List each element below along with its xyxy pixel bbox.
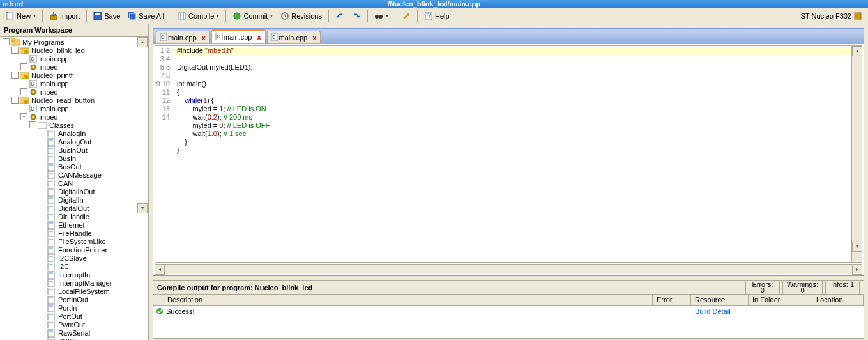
tree-item[interactable]: DigitalIn [0,196,148,204]
tree-toggle-icon[interactable]: - [11,47,19,54]
scroll-right-button[interactable]: ▸ [852,265,862,275]
tree-item[interactable]: InterruptIn [0,270,148,279]
tree-item[interactable]: InterruptManager [0,279,148,287]
svg-rect-77 [49,297,53,298]
close-tab-button[interactable]: x [201,34,207,42]
find-button[interactable]: ▾ [371,10,392,22]
tree-item[interactable]: BusIn [0,154,148,162]
tree-label: DigitalOut [57,205,90,212]
tree-item[interactable]: BusOut [0,162,148,171]
scroll-down-button[interactable]: ▾ [852,242,862,252]
code-content[interactable]: #include "mbed.h" DigitalOut myled(LED1)… [174,46,851,262]
svg-rect-59 [49,222,53,224]
class-icon [47,254,56,262]
class-icon [47,155,56,162]
svg-point-34 [33,116,34,118]
scroll-down-button[interactable]: ▾ [137,203,148,213]
svg-rect-79 [49,305,53,307]
platform-selector[interactable]: ST Nucleo F302 [798,10,865,22]
tree-item[interactable]: SPISlave [0,337,148,340]
tree-label: SPISlave [57,337,88,341]
tree-toggle-icon[interactable]: - [11,97,19,104]
tree-item[interactable]: -mbed [0,112,148,121]
tree-toggle-icon[interactable]: - [11,72,19,79]
revisions-button[interactable]: Revisions [277,10,325,22]
tree-item[interactable]: Ethernet [0,220,148,229]
tree-item[interactable]: I2CSlave [0,254,148,262]
tree-item[interactable]: cmain.cpp [0,79,148,88]
tree-toggle-icon[interactable]: - [3,38,10,45]
output-row[interactable]: Success! Build Detail [153,306,864,316]
tree-label: mbed [39,88,59,96]
tree-item[interactable]: -Nucleo_blink_led [0,46,148,54]
svg-text:c: c [31,80,34,87]
tree-item[interactable]: CAN [0,179,148,187]
scroll-up-button[interactable]: ▴ [852,46,862,56]
tree-item[interactable]: FileSystemLike [0,237,148,245]
tree-item[interactable]: CANMessage [0,171,148,179]
editor-tab[interactable]: cmain.cppx [211,29,266,43]
scroll-left-button[interactable]: ◂ [155,265,165,275]
tree-toggle-icon [38,213,45,220]
gear-icon [29,88,38,96]
svg-rect-57 [49,214,53,215]
editor-tab[interactable]: cmain.cppx [267,31,321,43]
tree-item[interactable]: FileHandle [0,229,148,237]
settings-button[interactable] [399,10,414,22]
tree-toggle-icon[interactable]: + [20,63,27,70]
tree-item[interactable]: PwmOut [0,320,148,328]
save-button[interactable]: Save [90,10,123,22]
help-button[interactable]: ? Help [421,10,453,22]
tree-item[interactable]: PortOut [0,312,148,320]
tree-item[interactable]: PortIn [0,304,148,312]
import-button[interactable]: Import [46,10,83,22]
vertical-scrollbar[interactable]: ▴ ▾ [851,46,862,262]
tree-toggle-icon[interactable]: + [20,88,27,95]
close-tab-button[interactable]: x [255,33,262,41]
tree-item[interactable]: DigitalOut [0,204,148,212]
tree-item[interactable]: -My Programs [0,38,148,46]
new-button[interactable]: New▾ [3,10,39,22]
tree-item[interactable]: FunctionPointer [0,245,148,254]
errors-count: Errors:0 [745,281,780,295]
redo-button[interactable] [349,10,364,22]
tree-item[interactable]: -Classes [0,121,148,129]
tree-item[interactable]: BusInOut [0,146,148,154]
tree-item[interactable]: +mbed [0,63,148,71]
undo-icon [335,12,344,20]
undo-button[interactable] [332,10,347,22]
tree-toggle-icon [38,279,45,286]
tree-item[interactable]: LocalFileSystem [0,287,148,295]
tree-item[interactable]: RawSerial [0,328,148,337]
tree-item[interactable]: +mbed [0,88,148,96]
close-tab-button[interactable]: x [311,34,317,42]
program-tree[interactable]: ▴ ▾ -My Programs-Nucleo_blink_ledcmain.c… [0,37,148,340]
tree-toggle-icon [38,130,45,137]
build-detail-link[interactable]: Build Detail [691,307,749,316]
tree-item[interactable]: I2C [0,262,148,270]
editor-tab[interactable]: cmain.cppx [156,31,210,43]
tree-item[interactable]: cmain.cpp [0,54,148,63]
horizontal-scrollbar[interactable]: ◂ ▸ [155,264,862,274]
code-editor[interactable]: 1 2 3 4 5 6 7 8 9 10 11 12 13 14 #includ… [155,45,862,263]
scroll-up-button[interactable]: ▴ [137,37,148,47]
cpp-icon: c [29,80,38,88]
tree-toggle-icon[interactable]: - [29,121,36,128]
svg-rect-70 [48,271,54,279]
compile-button[interactable]: Compile▾ [174,10,222,22]
save-all-button[interactable]: Save All [125,10,167,22]
tree-item[interactable]: DirHandle [0,212,148,220]
tree-item[interactable]: AnalogOut [0,137,148,146]
tree-item[interactable]: DigitalInOut [0,187,148,196]
tree-item[interactable]: cmain.cpp [0,104,148,112]
tree-item[interactable]: AnalogIn [0,129,148,137]
tree-item[interactable]: -Nucleo_printf [0,71,148,79]
tree-item[interactable]: -Nucleo_read_button [0,96,148,104]
commit-button[interactable]: Commit▾ [229,10,276,22]
tree-item[interactable]: PortInOut [0,295,148,304]
tree-label: InterruptIn [57,271,91,279]
tree-label: AnalogOut [57,138,93,146]
tree-toggle-icon[interactable]: - [20,113,27,120]
class-icon [47,288,56,295]
svg-point-24 [24,75,28,79]
